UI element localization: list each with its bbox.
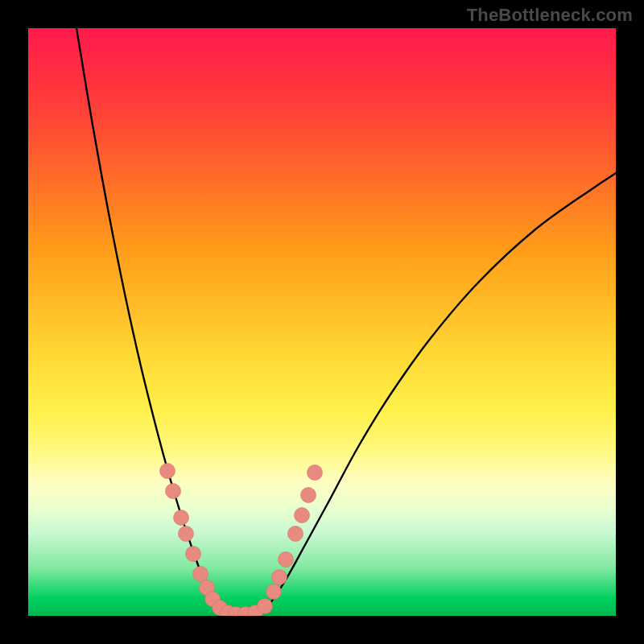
data-marker xyxy=(288,526,303,542)
data-marker xyxy=(160,464,175,479)
data-marker xyxy=(279,552,294,568)
plot-area xyxy=(28,28,616,616)
data-marker xyxy=(258,599,273,614)
data-marker xyxy=(308,465,323,481)
bottleneck-curve xyxy=(76,28,616,615)
data-marker xyxy=(193,567,208,582)
data-marker xyxy=(266,584,282,600)
data-marker xyxy=(301,488,316,503)
data-marker xyxy=(166,484,181,499)
curve-svg xyxy=(28,28,616,616)
data-marker xyxy=(179,526,194,542)
data-marker xyxy=(295,508,310,523)
chart-frame: TheBottleneck.com xyxy=(0,0,644,644)
data-marker xyxy=(174,510,189,526)
data-marker xyxy=(272,570,287,585)
watermark-text: TheBottleneck.com xyxy=(467,5,633,26)
data-marker xyxy=(186,547,201,562)
data-markers xyxy=(160,464,323,617)
